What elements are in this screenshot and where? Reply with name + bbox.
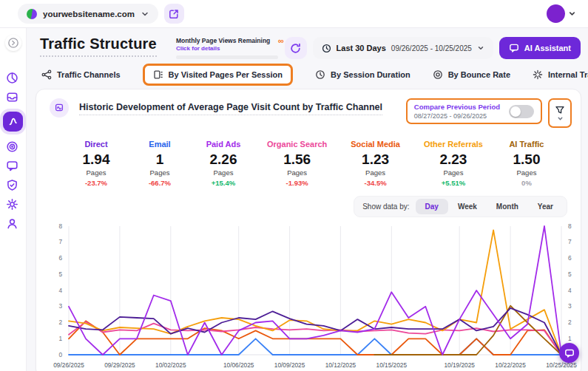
granularity-option-day[interactable]: Day [416, 199, 448, 214]
y-tick-label-left: 2 [58, 319, 62, 326]
refresh-button[interactable] [285, 37, 307, 59]
external-link-icon [169, 9, 179, 19]
y-tick-label-left: 7 [58, 239, 62, 246]
usage-details-link[interactable]: Click for details [176, 45, 270, 52]
ai-assistant-button[interactable]: AI Assistant [499, 37, 581, 59]
traffic-chart-svg: 09/26/202509/29/202510/02/202510/06/2025… [47, 220, 584, 371]
compare-period-toggle[interactable] [509, 105, 534, 118]
y-tick-label-right: 4 [568, 287, 572, 294]
chevron-down-icon [477, 44, 484, 52]
duration-icon [315, 69, 325, 80]
stat-email: Email1Pages-66.7% [140, 140, 180, 187]
stat-value: 1.23 [351, 152, 400, 168]
site-name: yourwebsitename.com [43, 10, 135, 18]
support-chat-button[interactable] [559, 343, 579, 363]
support-person-icon [6, 217, 18, 230]
stat-label: Organic Search [267, 140, 327, 149]
stat-value: 1.50 [507, 152, 547, 168]
stat-delta: -1.93% [267, 179, 327, 187]
granularity-option-month[interactable]: Month [487, 199, 528, 214]
chat-bubble-icon [564, 348, 575, 358]
avatar [547, 4, 565, 23]
pulse-square-icon [54, 103, 64, 113]
stat-unit: Pages [267, 169, 327, 177]
stat-label: Social Media [351, 140, 400, 149]
internal-icon [533, 69, 543, 80]
collapse-section-button[interactable] [50, 98, 69, 118]
tab-label: By Session Duration [331, 70, 410, 79]
stat-label: Email [140, 140, 180, 149]
stat-unit: Pages [351, 169, 400, 177]
tab-by-session-duration[interactable]: By Session Duration [315, 69, 410, 80]
sidebar-item-target[interactable] [3, 137, 21, 155]
target-icon [6, 140, 18, 153]
stat-paid-ads: Paid Ads2.26Pages+15.4% [203, 140, 243, 187]
date-range-picker[interactable]: Last 30 Days 09/26/2025 - 10/25/2025 [313, 37, 493, 59]
y-tick-label-left: 6 [58, 254, 62, 262]
stat-label: Direct [76, 140, 116, 149]
compare-period-annotation: Compare Previous Period 08/27/2025 - 09/… [406, 98, 542, 124]
sidebar-item-traffic-signal[interactable] [3, 112, 23, 132]
network-icon [41, 69, 52, 80]
tab-by-bounce-rate[interactable]: By Bounce Rate [433, 69, 510, 80]
chevron-down-icon [141, 10, 149, 18]
filter-button[interactable] [551, 101, 569, 125]
granularity-option-week[interactable]: Week [448, 199, 487, 214]
refresh-icon [290, 43, 301, 54]
x-tick-label: 10/22/2025 [495, 361, 526, 369]
tab-label: Traffic Channels [57, 70, 121, 79]
chevron-down-icon [557, 115, 564, 122]
y-tick-label-left: 1 [58, 335, 62, 342]
sidebar-collapse-button[interactable] [5, 35, 21, 51]
sidebar-item-support-person[interactable] [3, 214, 21, 232]
shield-check-icon [6, 179, 18, 191]
x-tick-label: 10/25/2025 [546, 361, 577, 369]
report-tabs: Traffic ChannelsBy Visited Pages Per Ses… [27, 62, 588, 89]
open-site-button[interactable] [164, 4, 184, 24]
date-range-label: Last 30 Days [337, 44, 386, 52]
bounce-icon [433, 69, 443, 80]
tab-by-visited-pages-per-session[interactable]: By Visited Pages Per Session [143, 64, 293, 86]
chat-bubble-icon [509, 43, 519, 53]
stat-direct: Direct1.94Pages-23.7% [76, 140, 116, 187]
channel-stats: Direct1.94Pages-23.7%Email1Pages-66.7%Pa… [44, 128, 576, 188]
x-tick-label: 09/29/2025 [104, 361, 135, 369]
stat-delta: -66.7% [140, 179, 180, 187]
site-selector[interactable]: yourwebsitename.com [18, 4, 158, 24]
stat-delta: -34.5% [351, 179, 400, 187]
date-range-value: 09/26/2025 - 10/25/2025 [391, 44, 472, 52]
sidebar-item-gear[interactable] [3, 195, 21, 213]
stat-value: 2.26 [203, 152, 243, 168]
tab-traffic-channels[interactable]: Traffic Channels [41, 69, 121, 80]
sidebar [0, 28, 27, 371]
filter-annotation [548, 98, 572, 128]
series-line-social-media [69, 321, 561, 355]
stat-organic-search: Organic Search1.56Pages-1.93% [267, 140, 327, 187]
funnel-icon [555, 105, 565, 115]
infinity-icon: ∞ [278, 37, 284, 45]
user-menu[interactable] [547, 4, 576, 23]
pie-chart-icon [6, 72, 18, 84]
sidebar-item-inbox[interactable] [3, 88, 21, 106]
line-chart: 09/26/202509/29/202510/02/202510/06/2025… [44, 217, 576, 371]
y-tick-label-right: 2 [568, 319, 572, 326]
series-line-email [69, 338, 561, 355]
tab-label: By Visited Pages Per Session [169, 70, 283, 79]
x-tick-label: 10/06/2025 [223, 361, 254, 369]
usage-title: Monthly Page Views Remaining [176, 37, 270, 44]
series-line-direct [69, 308, 561, 355]
sidebar-item-pie-chart[interactable] [3, 69, 21, 86]
sidebar-item-shield-check[interactable] [3, 176, 21, 194]
compare-period-range: 08/27/2025 - 09/26/2025 [414, 112, 500, 120]
granularity-option-year[interactable]: Year [528, 199, 563, 214]
x-tick-label: 10/15/2025 [376, 361, 408, 369]
x-tick-label: 10/19/2025 [444, 361, 475, 369]
y-tick-label-left: 3 [58, 302, 62, 310]
stat-value: 1.56 [267, 152, 327, 168]
sidebar-item-chat[interactable] [3, 157, 21, 174]
show-data-by-control: Show data by: DayWeekMonthYear [354, 196, 567, 217]
stat-unit: Pages [203, 169, 243, 177]
y-tick-label-right: 3 [568, 302, 572, 310]
tab-internal-traffic[interactable]: Internal Traffic [533, 69, 588, 80]
y-tick-label-right: 1 [568, 335, 572, 342]
